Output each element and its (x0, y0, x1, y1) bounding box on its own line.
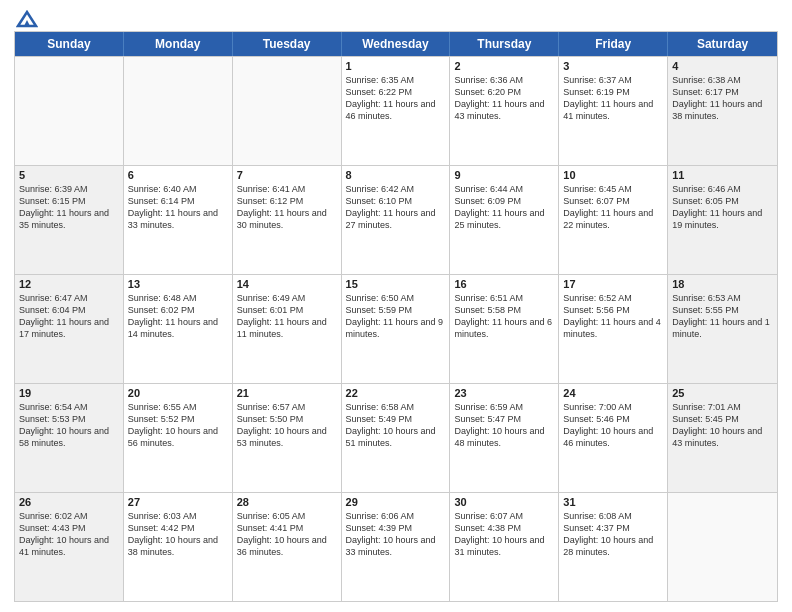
day-info: Sunrise: 6:39 AM Sunset: 6:15 PM Dayligh… (19, 183, 119, 232)
day-number: 12 (19, 278, 119, 290)
calendar-body: 1Sunrise: 6:35 AM Sunset: 6:22 PM Daylig… (15, 56, 777, 601)
day-number: 2 (454, 60, 554, 72)
day-number: 10 (563, 169, 663, 181)
calendar-cell: 23Sunrise: 6:59 AM Sunset: 5:47 PM Dayli… (450, 384, 559, 492)
day-info: Sunrise: 6:08 AM Sunset: 4:37 PM Dayligh… (563, 510, 663, 559)
day-info: Sunrise: 6:57 AM Sunset: 5:50 PM Dayligh… (237, 401, 337, 450)
calendar-cell: 18Sunrise: 6:53 AM Sunset: 5:55 PM Dayli… (668, 275, 777, 383)
day-number: 13 (128, 278, 228, 290)
day-number: 30 (454, 496, 554, 508)
day-number: 31 (563, 496, 663, 508)
calendar: SundayMondayTuesdayWednesdayThursdayFrid… (14, 31, 778, 602)
calendar-cell: 14Sunrise: 6:49 AM Sunset: 6:01 PM Dayli… (233, 275, 342, 383)
day-info: Sunrise: 7:00 AM Sunset: 5:46 PM Dayligh… (563, 401, 663, 450)
calendar-cell: 10Sunrise: 6:45 AM Sunset: 6:07 PM Dayli… (559, 166, 668, 274)
day-info: Sunrise: 6:55 AM Sunset: 5:52 PM Dayligh… (128, 401, 228, 450)
day-number: 22 (346, 387, 446, 399)
weekday-header-thursday: Thursday (450, 32, 559, 56)
day-info: Sunrise: 6:36 AM Sunset: 6:20 PM Dayligh… (454, 74, 554, 123)
page: SundayMondayTuesdayWednesdayThursdayFrid… (0, 0, 792, 612)
day-info: Sunrise: 6:50 AM Sunset: 5:59 PM Dayligh… (346, 292, 446, 341)
day-info: Sunrise: 6:49 AM Sunset: 6:01 PM Dayligh… (237, 292, 337, 341)
calendar-cell: 3Sunrise: 6:37 AM Sunset: 6:19 PM Daylig… (559, 57, 668, 165)
calendar-cell: 5Sunrise: 6:39 AM Sunset: 6:15 PM Daylig… (15, 166, 124, 274)
day-number: 24 (563, 387, 663, 399)
calendar-cell: 11Sunrise: 6:46 AM Sunset: 6:05 PM Dayli… (668, 166, 777, 274)
day-info: Sunrise: 6:59 AM Sunset: 5:47 PM Dayligh… (454, 401, 554, 450)
weekday-header-friday: Friday (559, 32, 668, 56)
day-number: 11 (672, 169, 773, 181)
day-number: 21 (237, 387, 337, 399)
calendar-row-0: 1Sunrise: 6:35 AM Sunset: 6:22 PM Daylig… (15, 56, 777, 165)
calendar-header: SundayMondayTuesdayWednesdayThursdayFrid… (15, 32, 777, 56)
calendar-cell: 31Sunrise: 6:08 AM Sunset: 4:37 PM Dayli… (559, 493, 668, 601)
day-number: 29 (346, 496, 446, 508)
calendar-cell: 20Sunrise: 6:55 AM Sunset: 5:52 PM Dayli… (124, 384, 233, 492)
weekday-header-sunday: Sunday (15, 32, 124, 56)
day-info: Sunrise: 6:03 AM Sunset: 4:42 PM Dayligh… (128, 510, 228, 559)
day-number: 25 (672, 387, 773, 399)
day-info: Sunrise: 6:48 AM Sunset: 6:02 PM Dayligh… (128, 292, 228, 341)
day-number: 8 (346, 169, 446, 181)
day-number: 27 (128, 496, 228, 508)
day-info: Sunrise: 6:40 AM Sunset: 6:14 PM Dayligh… (128, 183, 228, 232)
calendar-cell (15, 57, 124, 165)
calendar-cell: 2Sunrise: 6:36 AM Sunset: 6:20 PM Daylig… (450, 57, 559, 165)
weekday-header-monday: Monday (124, 32, 233, 56)
svg-marker-1 (24, 20, 30, 26)
day-info: Sunrise: 6:02 AM Sunset: 4:43 PM Dayligh… (19, 510, 119, 559)
day-number: 6 (128, 169, 228, 181)
day-number: 17 (563, 278, 663, 290)
day-number: 14 (237, 278, 337, 290)
calendar-row-1: 5Sunrise: 6:39 AM Sunset: 6:15 PM Daylig… (15, 165, 777, 274)
day-number: 28 (237, 496, 337, 508)
day-number: 1 (346, 60, 446, 72)
calendar-row-2: 12Sunrise: 6:47 AM Sunset: 6:04 PM Dayli… (15, 274, 777, 383)
calendar-cell: 17Sunrise: 6:52 AM Sunset: 5:56 PM Dayli… (559, 275, 668, 383)
calendar-cell (124, 57, 233, 165)
day-info: Sunrise: 6:47 AM Sunset: 6:04 PM Dayligh… (19, 292, 119, 341)
calendar-cell: 13Sunrise: 6:48 AM Sunset: 6:02 PM Dayli… (124, 275, 233, 383)
day-number: 16 (454, 278, 554, 290)
day-info: Sunrise: 6:46 AM Sunset: 6:05 PM Dayligh… (672, 183, 773, 232)
day-info: Sunrise: 6:41 AM Sunset: 6:12 PM Dayligh… (237, 183, 337, 232)
calendar-cell: 8Sunrise: 6:42 AM Sunset: 6:10 PM Daylig… (342, 166, 451, 274)
day-info: Sunrise: 6:06 AM Sunset: 4:39 PM Dayligh… (346, 510, 446, 559)
day-number: 19 (19, 387, 119, 399)
calendar-cell (233, 57, 342, 165)
day-number: 20 (128, 387, 228, 399)
calendar-row-3: 19Sunrise: 6:54 AM Sunset: 5:53 PM Dayli… (15, 383, 777, 492)
day-number: 18 (672, 278, 773, 290)
calendar-cell: 28Sunrise: 6:05 AM Sunset: 4:41 PM Dayli… (233, 493, 342, 601)
day-info: Sunrise: 6:42 AM Sunset: 6:10 PM Dayligh… (346, 183, 446, 232)
calendar-cell: 9Sunrise: 6:44 AM Sunset: 6:09 PM Daylig… (450, 166, 559, 274)
day-number: 15 (346, 278, 446, 290)
day-info: Sunrise: 6:07 AM Sunset: 4:38 PM Dayligh… (454, 510, 554, 559)
day-info: Sunrise: 6:05 AM Sunset: 4:41 PM Dayligh… (237, 510, 337, 559)
calendar-cell: 4Sunrise: 6:38 AM Sunset: 6:17 PM Daylig… (668, 57, 777, 165)
calendar-cell: 21Sunrise: 6:57 AM Sunset: 5:50 PM Dayli… (233, 384, 342, 492)
calendar-cell: 7Sunrise: 6:41 AM Sunset: 6:12 PM Daylig… (233, 166, 342, 274)
calendar-cell: 26Sunrise: 6:02 AM Sunset: 4:43 PM Dayli… (15, 493, 124, 601)
calendar-cell: 15Sunrise: 6:50 AM Sunset: 5:59 PM Dayli… (342, 275, 451, 383)
calendar-cell: 19Sunrise: 6:54 AM Sunset: 5:53 PM Dayli… (15, 384, 124, 492)
calendar-row-4: 26Sunrise: 6:02 AM Sunset: 4:43 PM Dayli… (15, 492, 777, 601)
logo-icon (16, 10, 38, 28)
calendar-cell: 16Sunrise: 6:51 AM Sunset: 5:58 PM Dayli… (450, 275, 559, 383)
calendar-cell: 22Sunrise: 6:58 AM Sunset: 5:49 PM Dayli… (342, 384, 451, 492)
calendar-cell (668, 493, 777, 601)
day-number: 7 (237, 169, 337, 181)
day-info: Sunrise: 6:51 AM Sunset: 5:58 PM Dayligh… (454, 292, 554, 341)
day-number: 3 (563, 60, 663, 72)
day-number: 23 (454, 387, 554, 399)
day-info: Sunrise: 6:53 AM Sunset: 5:55 PM Dayligh… (672, 292, 773, 341)
calendar-cell: 1Sunrise: 6:35 AM Sunset: 6:22 PM Daylig… (342, 57, 451, 165)
calendar-cell: 24Sunrise: 7:00 AM Sunset: 5:46 PM Dayli… (559, 384, 668, 492)
day-number: 4 (672, 60, 773, 72)
weekday-header-wednesday: Wednesday (342, 32, 451, 56)
day-info: Sunrise: 6:38 AM Sunset: 6:17 PM Dayligh… (672, 74, 773, 123)
day-info: Sunrise: 6:58 AM Sunset: 5:49 PM Dayligh… (346, 401, 446, 450)
logo (14, 12, 38, 25)
day-info: Sunrise: 6:54 AM Sunset: 5:53 PM Dayligh… (19, 401, 119, 450)
day-number: 9 (454, 169, 554, 181)
